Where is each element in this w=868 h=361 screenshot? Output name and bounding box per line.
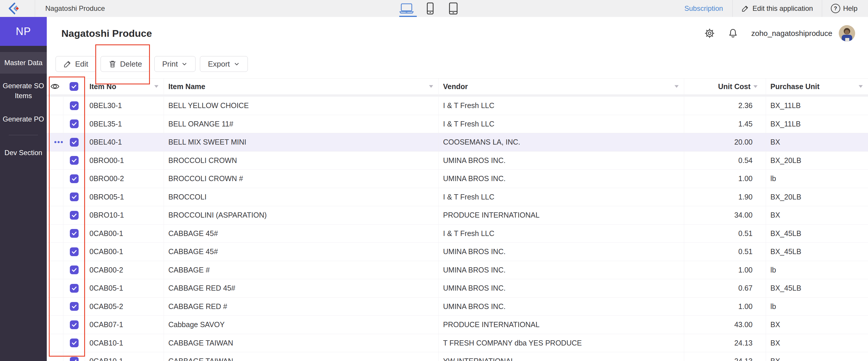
pencil-icon — [741, 5, 749, 12]
cell-item-no: 0CAB10-1 — [85, 352, 164, 361]
delete-button[interactable]: Delete — [100, 56, 150, 72]
username-label[interactable]: zoho_nagatoshiproduce — [751, 29, 832, 38]
row-checkbox[interactable] — [70, 174, 79, 183]
cell-unit-cost: 2.36 — [684, 97, 766, 115]
row-checkbox[interactable] — [70, 120, 79, 128]
row-checkbox[interactable] — [70, 248, 79, 256]
cell-unit-cost: 0.51 — [684, 243, 766, 261]
row-checkbox-cell — [63, 352, 85, 361]
notifications-bell-icon[interactable] — [728, 28, 738, 38]
tablet-view-icon[interactable] — [449, 2, 458, 14]
row-checkbox[interactable] — [70, 101, 79, 110]
app-logo-block[interactable]: NP — [0, 17, 47, 46]
filter-arrow-icon[interactable] — [154, 85, 158, 88]
cell-item-no: 0BRO05-1 — [85, 188, 164, 206]
cell-vendor: UMINA BROS INC. — [438, 261, 684, 279]
phone-view-icon[interactable] — [427, 2, 434, 14]
row-checkbox[interactable] — [70, 357, 79, 361]
row-checkbox[interactable] — [70, 193, 79, 201]
row-more-menu-icon[interactable] — [54, 141, 63, 143]
filter-arrow-icon[interactable] — [429, 85, 433, 88]
filter-arrow-icon[interactable] — [859, 85, 863, 88]
row-menu-cell — [47, 188, 63, 206]
table-row[interactable]: 0CAB10-1 CABBAGE TAIWAN T FRESH COMPANY … — [47, 334, 868, 353]
row-checkbox-cell — [63, 152, 85, 170]
cell-purchase-unit: BX_20LB — [766, 188, 868, 206]
print-button[interactable]: Print — [154, 56, 195, 72]
column-header-vendor[interactable]: Vendor — [438, 78, 684, 94]
cell-unit-cost: 0.67 — [684, 279, 766, 297]
settings-gear-icon[interactable] — [704, 28, 715, 38]
cell-vendor: UMINA BROS INC. — [438, 243, 684, 261]
eye-icon[interactable] — [50, 81, 60, 91]
table-row[interactable]: 0BRO00-1 BROCCOLI CROWN UMINA BROS INC. … — [47, 152, 868, 170]
column-header-item-name[interactable]: Item Name — [164, 78, 438, 94]
row-checkbox[interactable] — [70, 265, 79, 274]
row-checkbox[interactable] — [70, 302, 79, 311]
table-row[interactable]: 0BEL40-1 BELL MIX SWEET MINI COOSEMANS L… — [47, 133, 868, 152]
cell-item-no: 0CAB00-1 — [85, 243, 164, 261]
cell-item-no: 0BEL30-1 — [85, 97, 164, 115]
cell-vendor: UMINA BROS INC. — [438, 298, 684, 316]
row-checkbox[interactable] — [70, 156, 79, 165]
table-row[interactable]: 0BRO05-1 BROCCOLI I & T Fresh LLC 1.90 B… — [47, 188, 868, 206]
toolbar: Edit Delete Print Export — [47, 50, 868, 78]
cell-unit-cost: 0.54 — [684, 152, 766, 170]
edit-application-button[interactable]: Edit this application — [741, 4, 813, 12]
cell-vendor: I & T Fresh LLC — [438, 225, 684, 243]
row-checkbox[interactable] — [70, 338, 79, 347]
cell-purchase-unit: BX — [766, 316, 868, 334]
trash-icon — [108, 60, 117, 68]
row-checkbox[interactable] — [70, 284, 79, 293]
table-row[interactable]: 0CAB00-1 CABBAGE 45# UMINA BROS INC. 0.5… — [47, 243, 868, 261]
table-row[interactable]: 0BRO10-1 BROCCOLINI (ASPARATION) PRODUCE… — [47, 206, 868, 225]
column-header-purchase-unit[interactable]: Purchase Unit — [766, 78, 868, 94]
cell-vendor: PRODUCE INTERNATIONAL — [438, 316, 684, 334]
table-row[interactable]: 0BEL30-1 BELL YELLOW CHOICE I & T Fresh … — [47, 97, 868, 115]
table-row[interactable]: 0CAB05-1 CABBAGE RED 45# UMINA BROS INC.… — [47, 279, 868, 298]
table-row[interactable]: 0CAB07-1 Cabbage SAVOY PRODUCE INTERNATI… — [47, 316, 868, 334]
export-button[interactable]: Export — [200, 56, 248, 72]
cell-purchase-unit: BX — [766, 133, 868, 151]
sidebar-nav-item[interactable]: Dev Section — [0, 147, 47, 159]
filter-arrow-icon[interactable] — [753, 85, 757, 88]
cell-item-no: 0CAB05-1 — [85, 279, 164, 297]
row-checkbox[interactable] — [70, 320, 79, 329]
sidebar-nav-item-label: Generate PO — [3, 114, 44, 124]
table-row[interactable]: 0CAB10-1 CABBAGE TAIWAN YW INTERNATIONAL… — [47, 352, 868, 361]
cell-item-no: 0CAB10-1 — [85, 334, 164, 352]
subscription-link[interactable]: Subscription — [684, 4, 723, 12]
table-row[interactable]: 0CAB00-2 CABBAGE # UMINA BROS INC. 1.00 … — [47, 261, 868, 280]
cell-vendor: T FRESH COMPANY dba YES PRODUCE — [438, 334, 684, 352]
row-checkbox[interactable] — [70, 211, 79, 220]
help-icon: ? — [831, 4, 840, 13]
row-menu-cell — [47, 352, 63, 361]
table-row[interactable]: 0CAB00-1 CABBAGE 45# I & T Fresh LLC 0.5… — [47, 225, 868, 243]
table-row[interactable]: 0BRO00-2 BROCCOLI CROWN # UMINA BROS INC… — [47, 170, 868, 188]
row-menu-cell — [47, 243, 63, 261]
row-checkbox[interactable] — [70, 229, 79, 238]
cell-vendor: YW INTERNATIONAL — [438, 352, 684, 361]
user-avatar[interactable] — [839, 25, 855, 41]
laptop-view-icon[interactable] — [399, 3, 414, 14]
column-header-item-no[interactable]: Item No — [85, 78, 164, 94]
sidebar-nav-item[interactable]: Generate PO — [0, 113, 47, 125]
cell-vendor: I & T Fresh LLC — [438, 115, 684, 133]
row-menu-cell — [47, 334, 63, 352]
sidebar-nav-item-label: Dev Section — [4, 148, 42, 158]
select-all-checkbox[interactable] — [69, 82, 78, 91]
column-header-unit-cost[interactable]: Unit Cost — [684, 78, 766, 94]
edit-button[interactable]: Edit — [56, 56, 96, 72]
row-checkbox[interactable] — [70, 138, 79, 146]
table-row[interactable]: 0CAB05-2 CABBAGE RED # UMINA BROS INC. 1… — [47, 298, 868, 316]
device-preview-switcher — [399, 0, 458, 17]
delete-button-label: Delete — [120, 60, 142, 69]
table-row[interactable]: 0BEL35-1 BELL ORANGE 11# I & T Fresh LLC… — [47, 115, 868, 133]
zoho-creator-logo-icon[interactable] — [7, 2, 20, 15]
sidebar-nav-item[interactable]: Master Data — [0, 52, 47, 74]
help-button[interactable]: ? Help — [831, 4, 858, 13]
sidebar-nav-item[interactable]: Generate SO Items — [0, 80, 47, 102]
sidebar-nav-item-label: Generate SO Items — [0, 81, 47, 101]
row-menu-cell — [47, 206, 63, 224]
filter-arrow-icon[interactable] — [675, 85, 679, 88]
